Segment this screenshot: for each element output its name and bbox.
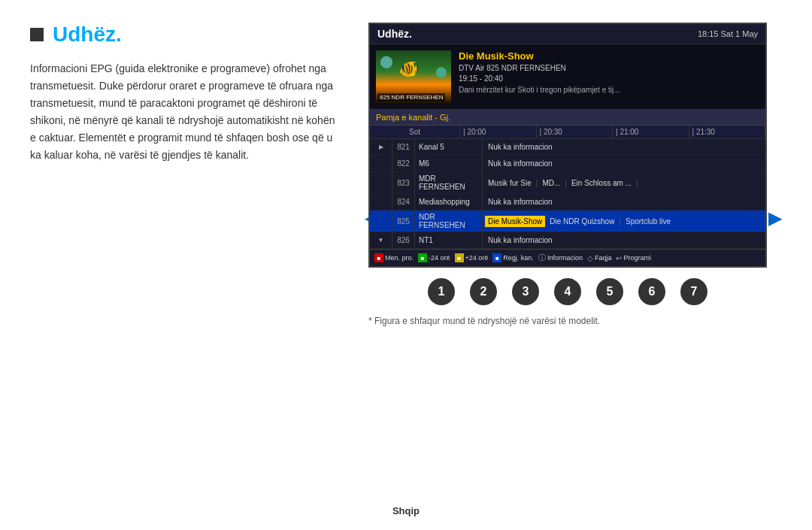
program-item: Nuk ka informacion <box>485 158 556 169</box>
toolbar-item-plus24[interactable]: ■ +24 orë <box>455 253 489 262</box>
info-icon: ⓘ <box>538 253 546 263</box>
toolbar-item-informacion[interactable]: ⓘ Informacion <box>538 253 583 263</box>
row-num-824: 824 <box>392 194 415 210</box>
time-slots: | 20:00 | 20:30 | 21:00 | 21:30 <box>460 126 765 138</box>
time-header-row: Sot | 20:00 | 20:30 | 21:00 | 21:30 <box>370 126 765 139</box>
program-highlight: Die Musik-Show <box>485 216 545 227</box>
epg-toolbar: ■ Men. pro. ■ -24 orë ■ +24 orë ■ Regj. … <box>370 249 765 266</box>
row-programs-826: Nuk ka informacion <box>483 232 765 248</box>
program-item: Nuk ka informacion <box>485 196 556 207</box>
circle-7: 7 <box>680 278 707 305</box>
row-name-821: Kanal 5 <box>415 139 483 155</box>
row-arrow-825 <box>370 210 392 232</box>
show-time: 19:15 - 20:40 <box>459 74 759 83</box>
row-arrow-822 <box>370 156 392 171</box>
row-name-826: NT1 <box>415 232 483 248</box>
blue-button-icon: ■ <box>492 253 501 262</box>
yellow-button-icon: ■ <box>455 253 464 262</box>
circle-1: 1 <box>428 278 455 305</box>
row-name-822: M6 <box>415 156 483 171</box>
epg-time: 18:15 Sat 1 May <box>698 29 758 38</box>
left-column: Udhëz. Informacioni EPG (guida elektroni… <box>30 23 353 507</box>
toolbar-label-plus24: +24 orë <box>465 254 489 262</box>
circle-2: 2 <box>470 278 497 305</box>
channel-row-825[interactable]: 825 NDR FERNSEHEN Die Musik-Show Die NDR… <box>370 210 765 232</box>
toolbar-item-programi[interactable]: ↩ Programi <box>616 254 651 262</box>
toolbar-label-informacion: Informacion <box>547 254 583 262</box>
program-item: Nuk ka informacion <box>485 235 556 246</box>
circle-3: 3 <box>512 278 539 305</box>
programi-icon: ↩ <box>616 254 622 262</box>
epg-info: Die Musik-Show DTV Air 825 NDR FERNSEHEN… <box>459 50 759 103</box>
time-slot-4: | 21:30 <box>689 126 766 138</box>
toolbar-item-men-pro[interactable]: ■ Men. pro. <box>374 253 414 262</box>
toolbar-label-minus24: -24 orë <box>429 254 450 262</box>
toolbar-item-minus24[interactable]: ■ -24 orë <box>418 253 450 262</box>
row-name-825: NDR FERNSEHEN <box>415 210 483 232</box>
channel-row-824[interactable]: 824 Mediashopping Nuk ka informacion <box>370 194 765 210</box>
row-programs-821: Nuk ka informacion <box>483 139 765 155</box>
thumbnail-label: 825 NDR FERNSEHEN <box>377 93 445 101</box>
circle-6: 6 <box>638 278 665 305</box>
row-programs-824: Nuk ka informacion <box>483 194 765 210</box>
time-header-col-label: Sot <box>370 126 460 138</box>
toolbar-label-men-pro: Men. pro. <box>385 254 414 262</box>
show-desc: Dani mërzitet kur Skoti i tregon pikëpam… <box>459 85 759 95</box>
row-name-824: Mediashopping <box>415 194 483 210</box>
toolbar-item-regj-kan[interactable]: ■ Regj. kan. <box>492 253 534 262</box>
epg-screen: Udhëz. 18:15 Sat 1 May 🐠 ⬤ ⬤ 825 NDR FER… <box>368 23 767 268</box>
channel-row-822[interactable]: 822 M6 Nuk ka informacion <box>370 156 765 172</box>
row-num-826: 826 <box>392 232 415 248</box>
row-arrow-826: ▼ <box>370 232 392 248</box>
program-item: Musik fur Sie <box>485 177 535 189</box>
red-button-icon: ■ <box>374 253 383 262</box>
program-item: MD... <box>539 177 563 189</box>
title-square-icon <box>30 28 44 41</box>
faqja-icon: ◇ <box>587 254 593 262</box>
show-title: Die Musik-Show <box>459 50 759 62</box>
epg-title: Udhëz. <box>377 28 412 40</box>
row-programs-825: Die Musik-Show Die NDR Quizshow | Sportc… <box>483 210 765 232</box>
program-item: Ein Schloss am ... <box>568 177 635 189</box>
channel-row-826[interactable]: ▼ 826 NT1 Nuk ka informacion <box>370 232 765 249</box>
toolbar-label-faqja: Faqja <box>595 254 612 262</box>
footnote: * Figura e shfaqur mund të ndryshojë në … <box>368 316 767 326</box>
channel-row-821[interactable]: ▶ 821 Kanal 5 Nuk ka informacion <box>370 139 765 156</box>
channel-row-823[interactable]: 823 MDR FERNSEHEN Musik fur Sie | MD... … <box>370 172 765 194</box>
circle-5: 5 <box>596 278 623 305</box>
toolbar-label-regj-kan: Regj. kan. <box>503 254 534 262</box>
epg-header: Udhëz. 18:15 Sat 1 May <box>370 24 765 44</box>
row-arrow-821: ▶ <box>370 139 392 155</box>
row-num-821: 821 <box>392 139 415 155</box>
epg-thumbnail: 🐠 ⬤ ⬤ 825 NDR FERNSEHEN <box>376 50 451 103</box>
row-num-825: 825 <box>392 210 415 232</box>
green-button-icon: ■ <box>418 253 427 262</box>
nav-arrow-right[interactable]: ▶ <box>768 207 782 229</box>
row-num-823: 823 <box>392 172 415 193</box>
row-programs-822: Nuk ka informacion <box>483 156 765 171</box>
row-programs-823: Musik fur Sie | MD... | Ein Schloss am .… <box>483 172 765 193</box>
program-item: Sportclub live <box>623 216 674 227</box>
show-channel: DTV Air 825 NDR FERNSEHEN <box>459 64 759 72</box>
row-num-822: 822 <box>392 156 415 171</box>
guide-bar: Pamja e kanalit - Gj. <box>370 110 765 126</box>
time-slot-2: | 20:30 <box>537 126 614 138</box>
row-arrow-824 <box>370 194 392 210</box>
toolbar-label-programi: Programi <box>623 254 651 262</box>
number-circles: 1 2 3 4 5 6 7 <box>428 278 707 305</box>
body-text: Informacioni EPG (guida elektronike e pr… <box>30 60 338 165</box>
language-label: Shqip <box>392 505 420 516</box>
program-item: Die NDR Quizshow <box>547 216 617 227</box>
page-title: Udhëz. <box>30 23 338 47</box>
program-item: Nuk ka informacion <box>485 141 556 153</box>
epg-preview: 🐠 ⬤ ⬤ 825 NDR FERNSEHEN Die Musik-Show D… <box>370 44 765 110</box>
row-name-823: MDR FERNSEHEN <box>415 172 483 193</box>
circle-4: 4 <box>554 278 581 305</box>
row-arrow-823 <box>370 172 392 193</box>
right-column: ◀ Udhëz. 18:15 Sat 1 May 🐠 ⬤ ⬤ 825 NDR F… <box>353 23 782 507</box>
time-slot-3: | 21:00 <box>613 126 689 138</box>
time-slot-1: | 20:00 <box>460 126 537 138</box>
toolbar-item-faqja[interactable]: ◇ Faqja <box>587 254 612 262</box>
